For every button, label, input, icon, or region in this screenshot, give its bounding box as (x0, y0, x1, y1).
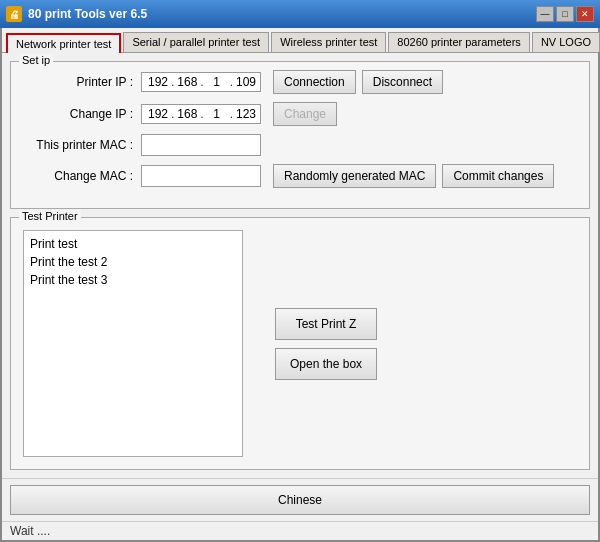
change-mac-row: Change MAC : Randomly generated MAC Comm… (23, 164, 577, 188)
bottom-section: Chinese (2, 478, 598, 521)
title-bar: 🖨 80 print Tools ver 6.5 — □ ✕ (0, 0, 600, 28)
this-mac-input[interactable] (141, 134, 261, 156)
test-buttons-area: Test Print Z Open the box (275, 230, 377, 457)
this-mac-row: This printer MAC : (23, 134, 577, 156)
random-mac-button[interactable]: Randomly generated MAC (273, 164, 436, 188)
title-buttons: — □ ✕ (536, 6, 594, 22)
test-items-list: Print test Print the test 2 Print the te… (23, 230, 243, 457)
content-area: Set ip Printer IP : . . . Connection Dis… (2, 53, 598, 478)
this-mac-label: This printer MAC : (23, 138, 133, 152)
change-mac-label: Change MAC : (23, 169, 133, 183)
test-print-button[interactable]: Test Print Z (275, 308, 377, 340)
printer-ip-b[interactable] (175, 75, 199, 89)
status-text: Wait .... (10, 524, 50, 538)
change-ip-row: Change IP : . . . Change (23, 102, 577, 126)
change-ip-button[interactable]: Change (273, 102, 337, 126)
printer-ip-row: Printer IP : . . . Connection Disconnect (23, 70, 577, 94)
tab-params[interactable]: 80260 printer parameters (388, 32, 530, 52)
tab-network[interactable]: Network printer test (6, 33, 121, 53)
tab-logo[interactable]: NV LOGO (532, 32, 600, 52)
maximize-button[interactable]: □ (556, 6, 574, 22)
printer-ip-input[interactable]: . . . (141, 72, 261, 92)
minimize-button[interactable]: — (536, 6, 554, 22)
open-box-button[interactable]: Open the box (275, 348, 377, 380)
tab-serial[interactable]: Serial / parallel printer test (123, 32, 269, 52)
status-bar: Wait .... (2, 521, 598, 540)
test-item-1: Print test (30, 235, 236, 253)
change-mac-input[interactable] (141, 165, 261, 187)
test-printer-group: Test Printer Print test Print the test 2… (10, 217, 590, 470)
setip-title: Set ip (19, 54, 53, 66)
test-item-3: Print the test 3 (30, 271, 236, 289)
setip-group: Set ip Printer IP : . . . Connection Dis… (10, 61, 590, 209)
printer-ip-d[interactable] (234, 75, 258, 89)
change-ip-d[interactable] (234, 107, 258, 121)
change-ip-a[interactable] (146, 107, 170, 121)
tab-bar: Network printer test Serial / parallel p… (2, 28, 598, 53)
printer-ip-c[interactable] (205, 75, 229, 89)
change-ip-c[interactable] (205, 107, 229, 121)
close-button[interactable]: ✕ (576, 6, 594, 22)
main-window: Network printer test Serial / parallel p… (0, 28, 600, 542)
change-ip-label: Change IP : (23, 107, 133, 121)
tab-wireless[interactable]: Wireless printer test (271, 32, 386, 52)
app-icon: 🖨 (6, 6, 22, 22)
title-text: 80 print Tools ver 6.5 (28, 7, 147, 21)
test-item-2: Print the test 2 (30, 253, 236, 271)
printer-ip-a[interactable] (146, 75, 170, 89)
chinese-button[interactable]: Chinese (10, 485, 590, 515)
test-printer-title: Test Printer (19, 210, 81, 222)
commit-changes-button[interactable]: Commit changes (442, 164, 554, 188)
change-ip-input[interactable]: . . . (141, 104, 261, 124)
printer-ip-label: Printer IP : (23, 75, 133, 89)
change-ip-b[interactable] (175, 107, 199, 121)
connection-button[interactable]: Connection (273, 70, 356, 94)
disconnect-button[interactable]: Disconnect (362, 70, 443, 94)
